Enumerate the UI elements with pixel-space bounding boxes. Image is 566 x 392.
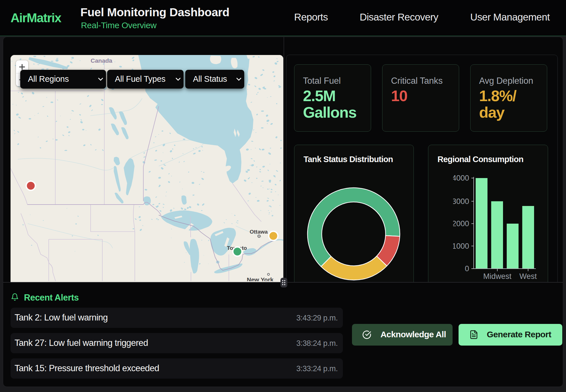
svg-text:3000: 3000: [453, 197, 469, 206]
svg-text:New York: New York: [247, 276, 274, 281]
svg-text:4000: 4000: [453, 174, 469, 182]
svg-text:West: West: [519, 272, 537, 281]
svg-text:1000: 1000: [453, 242, 469, 250]
svg-text:Canada: Canada: [91, 57, 112, 64]
svg-text:Midwest: Midwest: [483, 272, 512, 281]
svg-text:2000: 2000: [453, 219, 469, 228]
svg-text:0: 0: [465, 264, 469, 273]
svg-text:Ottawa: Ottawa: [250, 229, 268, 235]
